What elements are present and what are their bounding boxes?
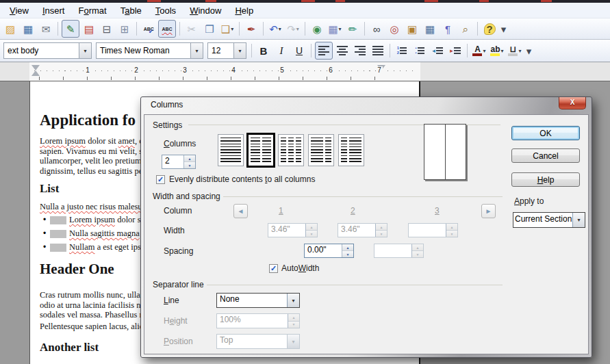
list-item: Nulla sagittis magna at [69, 229, 148, 239]
toolbar-more-icon[interactable]: ▾ [499, 21, 508, 37]
align-center-icon[interactable] [334, 42, 351, 59]
undo-icon[interactable]: ↶▾ [267, 21, 283, 37]
evenly-distribute-label: Evenly distribute contents to all column… [169, 174, 315, 184]
columns-preview [424, 124, 466, 180]
toolbar-separator [364, 22, 365, 36]
dropdown-arrow-icon[interactable]: ▾ [483, 48, 485, 54]
font-name-combobox[interactable]: Times New Roman▾ [96, 42, 203, 59]
font-color-icon[interactable]: A▾ [471, 42, 487, 59]
dropdown-arrow-icon[interactable]: ▾ [518, 48, 521, 54]
save-icon[interactable]: ▦ [20, 21, 36, 37]
cut-icon[interactable]: ✂ [183, 21, 200, 37]
spelling-check-icon[interactable]: ABC✔ [140, 21, 157, 37]
preset-right-wide-button[interactable] [338, 134, 364, 166]
align-left-icon[interactable] [315, 42, 333, 60]
field-shading [50, 230, 66, 238]
menu-item-window[interactable]: Window [183, 4, 228, 17]
apply-to-select[interactable]: Current Section ▾ [513, 212, 585, 228]
numbering-on-off-icon[interactable]: 1 2 [394, 42, 410, 59]
page-preview-icon[interactable]: ⊞ [116, 21, 133, 37]
menu-item-format[interactable]: Format [71, 4, 113, 17]
zoom-icon[interactable]: ⌕ [457, 21, 474, 37]
autowidth-checkbox[interactable]: ✓ [269, 264, 278, 273]
ruler-number: 1 [84, 66, 91, 74]
redo-icon[interactable]: ↷▾ [285, 21, 301, 37]
line-position-label: Position [164, 337, 193, 346]
ok-button[interactable]: OK [511, 126, 580, 140]
preset-one-column-button[interactable] [218, 134, 244, 166]
close-icon[interactable]: X [559, 97, 586, 109]
hyperlink-icon[interactable]: ◉ [309, 21, 325, 37]
paste-icon[interactable]: ❑▾ [219, 21, 236, 37]
document-text-line: sapien. Vivamus eu mi velit, s [40, 146, 142, 157]
increase-indent-icon[interactable]: ▸ [447, 42, 463, 59]
email-icon[interactable]: ✉ [38, 21, 54, 37]
column-number-1: 1 [279, 206, 283, 216]
underline-icon[interactable]: U [291, 42, 307, 59]
preset-three-columns-button[interactable] [278, 134, 304, 166]
copy-icon[interactable]: ❐ [201, 21, 218, 37]
first-line-indent-marker[interactable] [31, 65, 40, 70]
menu-item-view[interactable]: View [3, 4, 36, 17]
font-size-combobox[interactable]: 12▾ [207, 42, 246, 59]
columns-count-spinner[interactable]: 2 ▲▼ [162, 155, 196, 169]
left-indent-marker[interactable] [31, 70, 40, 76]
menu-item-help[interactable]: Help [228, 4, 260, 17]
help-icon[interactable]: ? [481, 21, 498, 37]
menu-item-table[interactable]: Table [114, 4, 149, 17]
align-right-icon[interactable] [352, 42, 368, 59]
highlighting-icon[interactable]: ab▾ [489, 42, 505, 59]
evenly-distribute-checkbox[interactable]: ✓ [156, 175, 165, 184]
find-replace-icon[interactable]: ∞ [368, 21, 385, 37]
previous-column-button[interactable]: ◄ [233, 204, 248, 218]
justified-icon[interactable] [370, 42, 386, 59]
formatting-marks-icon[interactable]: ¶ [440, 21, 456, 37]
draw-functions-icon[interactable]: ✏ [344, 21, 361, 37]
format-paintbrush-icon[interactable]: ✒ [243, 21, 259, 37]
bullets-on-off-icon[interactable]: • • [411, 42, 428, 59]
decrease-indent-icon[interactable]: ◂ [429, 42, 446, 59]
next-column-button[interactable]: ► [481, 204, 496, 218]
dropdown-arrow-icon[interactable]: ▾ [79, 43, 91, 58]
bold-icon[interactable]: B [255, 42, 272, 59]
preset-two-columns-button[interactable] [246, 133, 275, 168]
export-pdf-icon[interactable]: ▤ [81, 21, 97, 37]
dropdown-arrow-icon[interactable]: ▾ [296, 26, 299, 32]
italic-icon[interactable]: I [273, 42, 290, 59]
menu-item-insert[interactable]: Insert [36, 4, 72, 17]
toolbar-more-icon[interactable]: ▾ [524, 42, 533, 59]
background-color-icon[interactable]: ⊔▾ [507, 42, 523, 59]
paragraph-style-combobox[interactable]: ext body▾ [3, 42, 92, 59]
data-sources-icon[interactable]: ▦ [422, 21, 438, 37]
line-style-select[interactable]: None ▾ [216, 293, 300, 308]
dropdown-arrow-icon[interactable]: ▾ [501, 48, 504, 54]
insert-table-icon[interactable]: ▦▾ [327, 21, 343, 37]
width-group-line [223, 196, 503, 197]
dropdown-arrow-icon[interactable]: ▾ [233, 43, 246, 58]
gallery-icon[interactable]: ▣ [404, 21, 420, 37]
open-icon[interactable]: ▨ [2, 21, 18, 37]
ruler-number: 5 [279, 66, 285, 74]
spin-down-icon: ▼ [184, 162, 195, 168]
toolbar-separator [58, 22, 58, 36]
navigator-icon[interactable]: ◎ [386, 21, 403, 37]
auto-spellcheck-icon[interactable]: ABC [158, 20, 176, 38]
dropdown-arrow-icon[interactable]: ▾ [339, 26, 342, 32]
cancel-button[interactable]: Cancel [511, 148, 580, 163]
toolbar-separator [305, 22, 305, 36]
edit-file-icon[interactable]: ✎ [62, 20, 79, 38]
ruler-number: 2 [133, 66, 140, 74]
width-row-label: Width [164, 226, 185, 235]
preset-left-wide-button[interactable] [308, 134, 334, 166]
spacing-1-input[interactable]: 0.00" ▲▼ [304, 244, 354, 258]
dropdown-arrow-icon[interactable]: ▾ [190, 43, 203, 58]
menu-item-tools[interactable]: Tools [149, 4, 183, 17]
columns-dialog: Columns X Settings Columns 2 ▲▼ ✓ Evenly… [140, 96, 592, 358]
column-number-3: 3 [435, 206, 440, 216]
dropdown-arrow-icon[interactable]: ▾ [279, 26, 281, 32]
dropdown-arrow-icon[interactable]: ▾ [231, 26, 233, 32]
spacing-row-label: Spacing [164, 246, 193, 256]
dropdown-arrow-icon: ▾ [287, 294, 299, 307]
print-icon[interactable]: ⊟ [99, 21, 115, 37]
help-button[interactable]: Help [511, 172, 580, 187]
